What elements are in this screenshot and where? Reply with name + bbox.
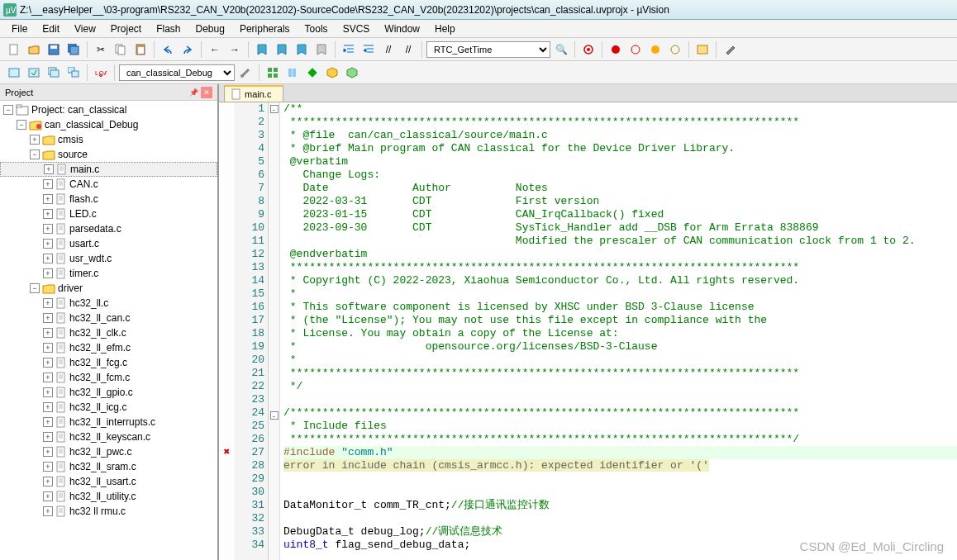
svg-rect-42 — [57, 254, 64, 263]
tree-item[interactable]: +hc32_ll_fcm.c — [0, 370, 217, 385]
menu-edit[interactable]: Edit — [36, 21, 66, 36]
debug-icon[interactable] — [579, 40, 598, 59]
project-tree[interactable]: −Project: can_classical−can_classical_De… — [0, 101, 217, 560]
file-icon — [231, 88, 241, 100]
tree-item[interactable]: −Project: can_classical — [0, 102, 217, 117]
find-icon[interactable]: 🔍 — [552, 40, 570, 59]
menu-tools[interactable]: Tools — [298, 21, 335, 36]
editor-tab-main[interactable]: main.c — [224, 85, 283, 102]
svg-rect-32 — [307, 68, 317, 77]
tree-item[interactable]: +hc32_ll_clk.c — [0, 325, 217, 340]
undo-icon[interactable] — [159, 40, 177, 59]
bookmark-icon[interactable] — [253, 40, 271, 59]
tree-item[interactable]: +hc32_ll_utility.c — [0, 489, 217, 504]
bookmark-prev-icon[interactable] — [273, 40, 291, 59]
uncomment-icon[interactable]: // — [399, 40, 417, 59]
tree-item[interactable]: +hc32_ll_efm.c — [0, 340, 217, 355]
tree-item[interactable]: +hc32_ll_keyscan.c — [0, 429, 217, 444]
paste-icon[interactable] — [131, 40, 150, 59]
menu-file[interactable]: File — [5, 21, 34, 36]
comment-icon[interactable]: // — [379, 40, 398, 59]
redo-icon[interactable] — [179, 40, 197, 59]
tree-item[interactable]: +hc32_ll_fcg.c — [0, 355, 217, 370]
target-combo[interactable]: can_classical_Debug — [119, 64, 235, 81]
copy-icon[interactable] — [112, 40, 130, 59]
pane-close-icon[interactable]: ✕ — [201, 87, 212, 98]
new-icon[interactable] — [5, 40, 23, 59]
svg-rect-34 — [17, 105, 21, 107]
tree-item[interactable]: +usart.c — [0, 236, 217, 251]
breakpoint3-icon[interactable] — [646, 40, 664, 59]
tree-item[interactable]: +timer.c — [0, 266, 217, 281]
tree-item[interactable]: +hc32 ll rmu.c — [0, 504, 217, 519]
pack-icon[interactable] — [323, 64, 341, 82]
tree-item[interactable]: +hc32_ll_pwc.c — [0, 444, 217, 459]
svg-rect-28 — [268, 74, 272, 78]
pane-pin-icon[interactable]: 📌 — [188, 87, 199, 98]
tree-item[interactable]: +hc32_ll.c — [0, 296, 217, 311]
breakpoint4-icon[interactable] — [666, 40, 684, 59]
tree-item[interactable]: +usr_wdt.c — [0, 251, 217, 266]
menu-window[interactable]: Window — [378, 21, 426, 36]
menu-debug[interactable]: Debug — [189, 21, 231, 36]
tree-item[interactable]: +hc32_ll_gpio.c — [0, 385, 217, 400]
target-options-icon[interactable] — [236, 64, 255, 82]
menu-view[interactable]: View — [68, 21, 102, 36]
menu-project[interactable]: Project — [104, 21, 148, 36]
code-area[interactable]: ✖ 12345678910111213141516171819202122232… — [219, 102, 957, 560]
tree-item[interactable]: +flash.c — [0, 192, 217, 206]
svg-rect-56 — [57, 477, 64, 486]
find-combo[interactable]: RTC_GetTime — [426, 41, 550, 58]
menu-peripherals[interactable]: Peripherals — [233, 21, 297, 36]
tree-item[interactable]: −driver — [0, 281, 217, 296]
tab-label: main.c — [245, 89, 271, 99]
tree-item[interactable]: +LED.c — [0, 206, 217, 221]
config-icon[interactable] — [721, 40, 739, 59]
batch-build-icon[interactable] — [64, 64, 83, 82]
tree-item[interactable]: −source — [0, 147, 217, 162]
bookmark-next-icon[interactable] — [293, 40, 311, 59]
tree-item[interactable]: +CAN.c — [0, 177, 217, 192]
tree-item[interactable]: +hc32_ll_usart.c — [0, 474, 217, 489]
menu-flash[interactable]: Flash — [150, 21, 187, 36]
window-icon[interactable] — [693, 40, 712, 59]
tree-item[interactable]: +hc32_ll_interrupts.c — [0, 415, 217, 429]
breakpoint-icon[interactable] — [607, 40, 625, 59]
nav-fwd-icon[interactable]: → — [226, 40, 244, 59]
menu-svcs[interactable]: SVCS — [336, 21, 377, 36]
menu-help[interactable]: Help — [428, 21, 462, 36]
svg-rect-47 — [57, 343, 64, 353]
svg-rect-36 — [58, 164, 65, 174]
download-icon[interactable]: LOAD — [92, 64, 110, 82]
svg-rect-17 — [698, 45, 707, 54]
breakpoint2-icon[interactable] — [626, 40, 645, 59]
manage-icon[interactable] — [264, 64, 282, 82]
rebuild-icon[interactable] — [45, 64, 63, 82]
books-icon[interactable] — [283, 64, 302, 82]
cut-icon[interactable]: ✂ — [92, 40, 110, 59]
save-icon[interactable] — [45, 40, 63, 59]
indent-icon[interactable] — [340, 40, 358, 59]
svg-rect-41 — [57, 239, 64, 249]
translate-icon[interactable] — [5, 64, 23, 82]
svg-rect-30 — [288, 69, 292, 77]
bookmark-clear-icon[interactable] — [312, 40, 331, 59]
tree-item[interactable]: +hc32_ll_sram.c — [0, 459, 217, 474]
rte-icon[interactable] — [303, 64, 321, 82]
svg-rect-8 — [118, 46, 125, 55]
tree-item[interactable]: +hc32_ll_icg.c — [0, 400, 217, 415]
svg-rect-39 — [57, 209, 64, 219]
nav-back-icon[interactable]: ← — [206, 40, 224, 59]
open-icon[interactable] — [25, 40, 43, 59]
tree-item[interactable]: +cmsis — [0, 132, 217, 147]
build-icon[interactable] — [25, 64, 43, 82]
tree-item[interactable]: +parsedata.c — [0, 221, 217, 236]
tree-item[interactable]: +hc32_ll_can.c — [0, 311, 217, 325]
outdent-icon[interactable] — [359, 40, 378, 59]
svg-rect-21 — [50, 70, 59, 77]
save-all-icon[interactable] — [64, 40, 83, 59]
svg-rect-54 — [57, 447, 64, 457]
pack2-icon[interactable] — [343, 64, 361, 82]
tree-item[interactable]: +main.c — [0, 162, 217, 177]
tree-item[interactable]: −can_classical_Debug — [0, 117, 217, 132]
